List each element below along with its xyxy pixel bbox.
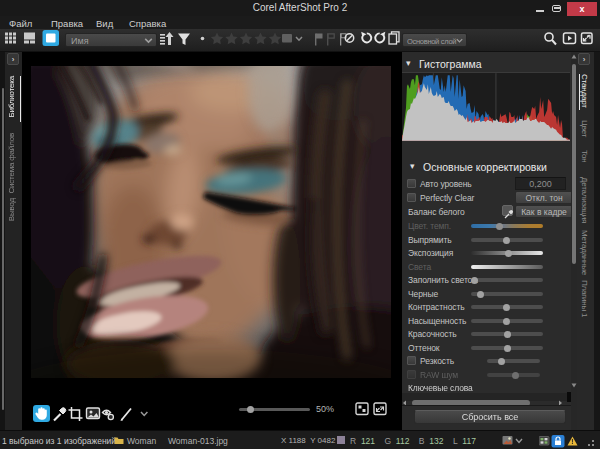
svg-text:!: ! xyxy=(571,438,573,445)
